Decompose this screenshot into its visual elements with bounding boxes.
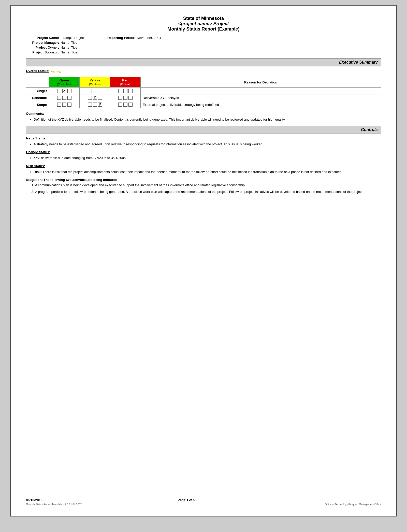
- meta-right: Reporting Period: November, 2004: [102, 36, 381, 54]
- meta-project-owner: Project Owner: Name, Title: [26, 46, 102, 49]
- row-label: Scope: [26, 101, 49, 108]
- project-sponsor-value: Name, Title: [61, 50, 77, 54]
- meta-project-sponsor: Project Sponsor: Name, Title: [26, 50, 102, 54]
- footer-sub: Monthly Status Report Template v 2.0 11.…: [26, 503, 381, 506]
- project-name-label: Project Name:: [26, 36, 59, 40]
- footer-office: Office of Technology Program Management …: [325, 503, 381, 506]
- mitigation-list: A communications plan is being developed…: [26, 183, 381, 194]
- title-line1: State of Minnesota: [26, 16, 381, 21]
- page: State of Minnesota <project name> Projec…: [10, 5, 397, 516]
- project-manager-value: Name, Title: [61, 41, 77, 45]
- th-red: Red (Critical): [110, 77, 141, 88]
- risk-bold-label: Risk:: [34, 170, 42, 174]
- footer-template: Monthly Status Report Template v 2.0 11.…: [26, 503, 82, 506]
- footer-main: 06/10/2010 Page 1 of 5: [26, 498, 381, 502]
- th-yellow: Yellow (Caution): [80, 77, 110, 88]
- reason-cell: [141, 88, 381, 94]
- reason-cell: Deliverable XYZ delayed: [141, 94, 381, 101]
- green-cell: [49, 88, 80, 94]
- meta-reporting-period: Reporting Period: November, 2004: [102, 36, 381, 40]
- project-sponsor-label: Project Sponsor:: [26, 50, 59, 54]
- project-manager-label: Project Manager:: [26, 41, 59, 45]
- th-green: Green (Controlled): [49, 77, 80, 88]
- change-status-label: Change Status:: [26, 150, 381, 154]
- change-item: XYZ deliverable due date changing from 3…: [34, 155, 381, 161]
- mitigation-item: A communications plan is being developed…: [35, 183, 381, 188]
- red-cell: [110, 94, 141, 101]
- footer: 06/10/2010 Page 1 of 5 Monthly Status Re…: [26, 496, 381, 506]
- reporting-period-value: November, 2004: [137, 36, 161, 40]
- risk-item: Risk: There is risk that the project acc…: [34, 169, 381, 175]
- risk-list: Risk: There is risk that the project acc…: [26, 169, 381, 175]
- overall-status-value: Yellow: [51, 70, 61, 74]
- red-cell: [110, 101, 141, 108]
- comment-item: Definition of the XYZ deliverable needs …: [34, 117, 381, 122]
- row-label: Schedule: [26, 94, 49, 101]
- row-label: Budget: [26, 88, 49, 94]
- project-owner-value: Name, Title: [61, 46, 77, 49]
- status-table: Green (Controlled) Yellow (Caution) Red …: [26, 77, 381, 108]
- yellow-cell: [80, 94, 110, 101]
- green-cell: [49, 101, 80, 108]
- footer-date: 06/10/2010: [26, 498, 42, 502]
- risk-status-label: Risk Status:: [26, 164, 381, 168]
- footer-page: Page 1 of 5: [178, 498, 195, 502]
- comments-list: Definition of the XYZ deliverable needs …: [26, 117, 381, 122]
- yellow-cell: [80, 101, 110, 108]
- overall-status-label: Overall Status:: [26, 69, 49, 73]
- title-line2: <project name> Project: [26, 21, 381, 26]
- mitigation-item: A program portfolio for the follow-on ef…: [35, 189, 381, 194]
- overall-status-row: Overall Status: Yellow: [26, 69, 381, 75]
- meta-grid: Project Name: Example Project Project Ma…: [26, 36, 381, 54]
- mitigation-label: Mitigation: The following two activities…: [26, 178, 381, 182]
- reason-cell: External project deliverable strategy be…: [141, 101, 381, 108]
- green-cell: [49, 94, 80, 101]
- meta-project-name: Project Name: Example Project: [26, 36, 102, 40]
- executive-summary-header: Executive Summary: [26, 58, 381, 66]
- issue-list: A strategy needs to be established and a…: [26, 142, 381, 147]
- meta-project-manager: Project Manager: Name, Title: [26, 41, 102, 45]
- yellow-cell: [80, 88, 110, 94]
- comments-label: Comments:: [26, 112, 381, 116]
- controls-header: Controls: [26, 126, 381, 134]
- project-owner-label: Project Owner:: [26, 46, 59, 49]
- meta-left: Project Name: Example Project Project Ma…: [26, 36, 102, 54]
- change-list: XYZ deliverable due date changing from 3…: [26, 155, 381, 161]
- document-title: State of Minnesota <project name> Projec…: [26, 16, 381, 32]
- red-cell: [110, 88, 141, 94]
- title-line3: Monthly Status Report (Example): [26, 26, 381, 32]
- project-name-value: Example Project: [61, 36, 85, 40]
- issue-status-label: Issue Status:: [26, 136, 381, 140]
- reporting-period-label: Reporting Period:: [102, 36, 135, 40]
- risk-text: There is risk that the project accomplis…: [42, 170, 342, 174]
- issue-item: A strategy needs to be established and a…: [34, 142, 381, 147]
- th-reason: Reason for Deviation: [141, 77, 381, 88]
